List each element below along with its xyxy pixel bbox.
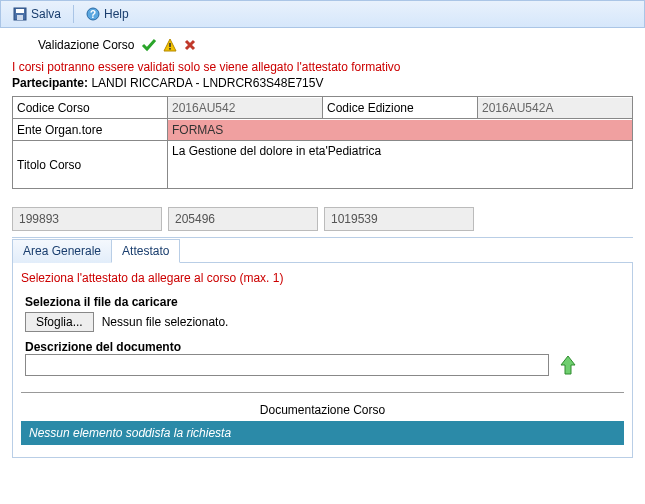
tab-attestato[interactable]: Attestato: [111, 239, 180, 263]
save-label: Salva: [31, 7, 61, 21]
num-a[interactable]: [12, 207, 162, 231]
desc-input[interactable]: [25, 354, 549, 376]
svg-rect-1: [16, 9, 24, 13]
save-button[interactable]: Salva: [7, 5, 67, 23]
ente-label: Ente Organ.tore: [13, 119, 168, 141]
participant-label: Partecipante:: [12, 76, 88, 90]
svg-rect-6: [169, 48, 171, 50]
attach-note: Seleziona l'attestato da allegare al cor…: [21, 269, 624, 295]
disk-icon: [13, 7, 27, 21]
svg-rect-2: [17, 15, 23, 20]
upload-label: Seleziona il file da caricare: [25, 295, 620, 309]
help-icon: ?: [86, 7, 100, 21]
numbers-row: [0, 189, 645, 237]
validation-label: Validazione Corso: [38, 38, 135, 52]
no-file-text: Nessun file selezionato.: [102, 315, 229, 329]
codice-edizione-label: Codice Edizione: [323, 97, 478, 119]
check-icon[interactable]: [141, 38, 157, 52]
help-button[interactable]: ? Help: [80, 5, 135, 23]
codice-corso-label: Codice Corso: [13, 97, 168, 119]
delete-icon[interactable]: [183, 38, 197, 52]
svg-text:?: ?: [90, 9, 96, 20]
divider: [21, 392, 624, 393]
ente-input[interactable]: [168, 120, 632, 140]
svg-rect-5: [169, 43, 171, 47]
warning-icon[interactable]: [163, 38, 177, 52]
codice-edizione-input[interactable]: [478, 98, 632, 118]
upload-icon[interactable]: [559, 354, 577, 376]
validation-row: Validazione Corso: [0, 28, 645, 58]
participant-line: Partecipante: LANDI RICCARDA - LNDRCR63S…: [0, 74, 645, 96]
num-b[interactable]: [168, 207, 318, 231]
desc-label: Descrizione del documento: [25, 340, 620, 354]
doc-section-title: Documentazione Corso: [21, 403, 624, 421]
tab-panel: Seleziona l'attestato da allegare al cor…: [12, 262, 633, 458]
browse-button[interactable]: Sfoglia...: [25, 312, 94, 332]
course-form-table: Codice Corso Codice Edizione Ente Organ.…: [12, 96, 633, 189]
tab-strip: Area Generale Attestato: [12, 237, 633, 262]
warning-text: I corsi potranno essere validati solo se…: [0, 58, 645, 74]
help-label: Help: [104, 7, 129, 21]
num-c[interactable]: [324, 207, 474, 231]
separator: [73, 5, 74, 23]
tab-area-generale[interactable]: Area Generale: [12, 239, 112, 263]
participant-value: LANDI RICCARDA - LNDRCR63S48E715V: [91, 76, 323, 90]
toolbar: Salva ? Help: [0, 0, 645, 28]
doc-empty-message: Nessun elemento soddisfa la richiesta: [21, 421, 624, 445]
titolo-label: Titolo Corso: [13, 141, 168, 189]
titolo-input[interactable]: [168, 141, 632, 185]
codice-corso-input[interactable]: [168, 98, 322, 118]
